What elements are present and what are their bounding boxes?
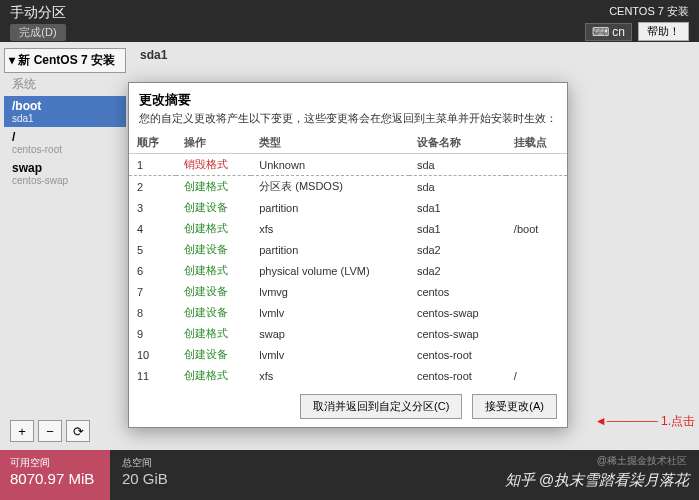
accept-button[interactable]: 接受更改(A) <box>472 394 557 419</box>
col-header: 设备名称 <box>409 132 506 154</box>
dialog-desc: 您的自定义更改将产生以下变更，这些变更将会在您返回到主菜单并开始安装时生效： <box>129 111 567 132</box>
col-header: 挂载点 <box>506 132 567 154</box>
summary-dialog: 更改摘要 您的自定义更改将产生以下变更，这些变更将会在您返回到主菜单并开始安装时… <box>128 82 568 428</box>
table-row[interactable]: 10创建设备lvmlvcentos-root <box>129 344 567 365</box>
done-button[interactable]: 完成(D) <box>10 24 66 41</box>
dialog-title: 更改摘要 <box>129 83 567 111</box>
tree-item-swap[interactable]: swap centos-swap <box>4 158 126 189</box>
table-row[interactable]: 11创建格式xfscentos-root/ <box>129 365 567 386</box>
col-header: 操作 <box>176 132 251 154</box>
install-title: CENTOS 7 安装 <box>609 4 689 19</box>
total-space: 总空间 20 GiB <box>112 450 222 500</box>
keyboard-lang: cn <box>612 25 625 39</box>
table-row[interactable]: 6创建格式physical volume (LVM)sda2 <box>129 260 567 281</box>
tree-item-root[interactable]: / centos-root <box>4 127 126 158</box>
col-header: 顺序 <box>129 132 176 154</box>
table-row[interactable]: 5创建设备partitionsda2 <box>129 239 567 260</box>
space-footer: 可用空间 8070.97 MiB 总空间 20 GiB <box>0 450 699 500</box>
help-button[interactable]: 帮助！ <box>638 22 689 41</box>
top-bar: 手动分区 完成(D) CENTOS 7 安装 ⌨ cn 帮助！ <box>0 0 699 42</box>
tree-header[interactable]: ▾ 新 CentOS 7 安装 <box>4 48 126 73</box>
page-title: 手动分区 <box>10 4 66 22</box>
remove-button[interactable]: − <box>38 420 62 442</box>
table-row[interactable]: 9创建格式swapcentos-swap <box>129 323 567 344</box>
changes-table: 顺序操作类型设备名称挂载点 1销毁格式Unknownsda2创建格式分区表 (M… <box>129 132 567 386</box>
keyboard-icon: ⌨ <box>592 25 609 39</box>
annotation-arrow: ◄────── 1.点击 <box>595 413 695 430</box>
partition-toolbar: + − ⟳ <box>10 420 90 442</box>
mount-header: sda1 <box>140 48 689 62</box>
table-row[interactable]: 1销毁格式Unknownsda <box>129 154 567 176</box>
refresh-button[interactable]: ⟳ <box>66 420 90 442</box>
cancel-button[interactable]: 取消并返回到自定义分区(C) <box>300 394 462 419</box>
table-row[interactable]: 8创建设备lvmlvcentos-swap <box>129 302 567 323</box>
table-row[interactable]: 2创建格式分区表 (MSDOS)sda <box>129 176 567 198</box>
table-row[interactable]: 7创建设备lvmvgcentos <box>129 281 567 302</box>
keyboard-indicator[interactable]: ⌨ cn <box>585 23 632 41</box>
available-space: 可用空间 8070.97 MiB <box>0 450 110 500</box>
table-row[interactable]: 3创建设备partitionsda1 <box>129 197 567 218</box>
tree-system-label: 系统 <box>4 73 126 96</box>
table-row[interactable]: 4创建格式xfssda1/boot <box>129 218 567 239</box>
add-button[interactable]: + <box>10 420 34 442</box>
tree-item-boot[interactable]: /boot sda1 <box>4 96 126 127</box>
partition-sidebar: ▾ 新 CentOS 7 安装 系统 /boot sda1 / centos-r… <box>0 42 130 450</box>
col-header: 类型 <box>251 132 409 154</box>
